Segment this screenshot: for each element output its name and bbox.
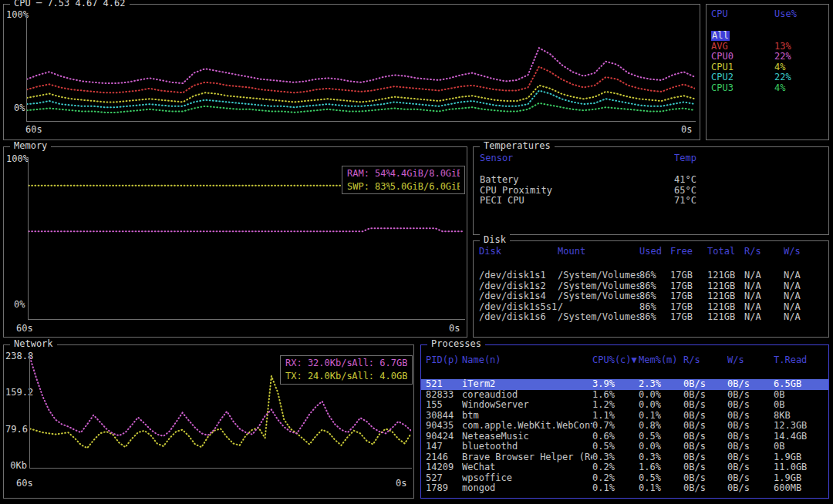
processes-header: PID(p)Name(n)CPU%(c)▼Mem%(m)R/sW/sT.Read [421, 355, 828, 366]
cpu-panel[interactable]: CPU ─ 7.53 4.67 4.62 100% 0% 60s 0s [3, 4, 700, 140]
cpu-legend-row[interactable]: CPU222% [707, 72, 828, 83]
network-legend-line: RX: 32.0Kb/sAll: 6.7GB [285, 358, 407, 369]
process-pid: 82833 [426, 390, 462, 401]
process-total-read: 0B [774, 442, 828, 452]
disk-panel[interactable]: Disk DiskMountUsedFreeTotalR/sW/s /dev/d… [473, 240, 829, 338]
disk-used: 86% [639, 302, 670, 313]
process-sort-header[interactable]: Mem%(m) [639, 355, 683, 366]
process-read-rate: 0B/s [683, 473, 727, 484]
disk-write-rate: N/A [784, 270, 828, 281]
memory-panel[interactable]: Memory 100% 0% RAM: 54%4.4GiB/8.0GiBSWP:… [3, 146, 467, 338]
process-total-read: 11.0GB [774, 462, 828, 473]
cpu-legend-core-name: CPU0 [711, 52, 774, 62]
memory-x-left-label: 60s [16, 324, 33, 333]
network-panel-title: Network [10, 338, 57, 349]
process-sort-header[interactable]: T.Read [774, 355, 828, 366]
process-write-rate: 0B/s [727, 473, 774, 484]
process-total-read: 600MB [774, 483, 828, 494]
disk-mount: /System/Volumes/… [558, 270, 639, 281]
process-write-rate: 0B/s [727, 483, 774, 494]
process-row[interactable]: 14209WeChat0.2%1.6%0B/s0B/s11.0GB [421, 462, 828, 473]
process-cpu-percent: 0.2% [592, 462, 639, 473]
process-mem-percent: 0.0% [639, 442, 683, 452]
temperatures-panel[interactable]: Temperatures Sensor Temp Battery41°CCPU … [473, 146, 829, 235]
cpu-legend-panel[interactable]: CPU Use% AllAVG13%CPU022%CPU14%CPU222%CP… [706, 4, 829, 140]
cpu-legend-core-name: AVG [711, 42, 774, 52]
cpu-legend-row[interactable]: CPU022% [707, 52, 828, 62]
disk-read-rate: N/A [744, 291, 784, 302]
disk-total: 121GB [707, 302, 744, 313]
process-row[interactable]: 527wpsoffice0.2%0.5%0B/s0B/s1.9GB [421, 473, 828, 484]
process-total-read: 14.4GB [774, 432, 828, 442]
process-cpu-percent: 0.7% [592, 421, 639, 432]
disk-device: /dev/disk1s6 [479, 312, 558, 323]
series-cpu0 [27, 48, 695, 83]
process-name: WeChat [462, 462, 592, 473]
process-read-rate: 0B/s [683, 379, 727, 390]
process-row[interactable]: 90424NeteaseMusic0.6%0.5%0B/s0B/s14.4GB [421, 432, 828, 442]
process-sort-header[interactable]: R/s [683, 355, 727, 366]
disk-row: /dev/disk1s2/System/Volumes/…86%17GB121G… [474, 281, 828, 292]
disk-device: /dev/disk1s2 [479, 281, 558, 292]
process-read-rate: 0B/s [683, 432, 727, 442]
network-y-tick-label: 159.2 [5, 388, 27, 397]
process-name: coreaudiod [462, 390, 592, 401]
network-legend-line: TX: 24.0Kb/sAll: 4.0GB [285, 371, 407, 382]
network-panel[interactable]: 238.8159.279.60Kb Network RX: 32.0Kb/sAl… [3, 344, 414, 499]
process-name: bluetoothd [462, 442, 592, 452]
process-mem-percent: 0.5% [639, 432, 683, 442]
process-read-rate: 0B/s [683, 400, 727, 411]
cpu-legend-row[interactable]: AVG13% [707, 42, 828, 52]
temps-header-temp: Temp [674, 153, 827, 164]
disk-device: /dev/disk1s5s1 [479, 302, 558, 313]
process-row[interactable]: 1789mongod0.1%0.1%0B/s0B/s600MB [421, 483, 828, 494]
process-row[interactable]: 521iTerm23.9%2.3%0B/s0B/s6.5GB [421, 379, 828, 390]
disk-mount: / [558, 302, 639, 313]
cpu-legend-core-use [774, 31, 828, 42]
process-read-rate: 0B/s [683, 442, 727, 452]
process-sort-header[interactable]: PID(p) [426, 355, 462, 366]
disk-read-rate: N/A [744, 312, 784, 323]
disk-free: 17GB [670, 281, 707, 292]
cpu-legend-selected-highlight: All [711, 31, 730, 41]
process-name: NeteaseMusic [462, 432, 592, 442]
cpu-legend-core-use: 13% [774, 42, 828, 52]
process-pid: 1789 [426, 483, 462, 494]
disk-write-rate: N/A [784, 302, 828, 313]
process-sort-header[interactable]: Name(n) [462, 355, 592, 366]
temperature-row: Battery41°C [474, 175, 827, 186]
process-read-rate: 0B/s [683, 390, 727, 401]
process-row[interactable]: 90435com.apple.WebKit.WebContent0.7%0.8%… [421, 421, 828, 432]
processes-panel-title: Processes [427, 338, 485, 349]
process-row[interactable]: 147bluetoothd0.5%0.0%0B/s0B/s0B [421, 442, 828, 452]
disk-row: /dev/disk1s6/System/Volumes/…86%17GB121G… [474, 312, 828, 323]
process-read-rate: 0B/s [683, 462, 727, 473]
process-row[interactable]: 155WindowServer1.2%0.0%0B/s0B/s0B [421, 400, 828, 411]
disk-row: /dev/disk1s5s1/86%17GB121GBN/AN/A [474, 302, 828, 313]
process-sort-header[interactable]: W/s [727, 355, 774, 366]
disk-mount: /System/Volumes/… [558, 312, 639, 323]
disk-header-cell: Disk [479, 247, 558, 257]
process-cpu-percent: 0.5% [592, 442, 639, 452]
disk-total: 121GB [707, 270, 744, 281]
process-read-rate: 0B/s [683, 452, 727, 463]
process-write-rate: 0B/s [727, 390, 774, 401]
processes-panel[interactable]: Processes PID(p)Name(n)CPU%(c)▼Mem%(m)R/… [420, 344, 829, 499]
temperature-sensor-name: Battery [480, 175, 674, 186]
process-write-rate: 0B/s [727, 442, 774, 452]
cpu-legend-row[interactable]: CPU14% [707, 62, 828, 73]
process-sort-header[interactable]: CPU%(c)▼ [592, 355, 639, 366]
process-row[interactable]: 2146Brave Browser Helper (Rende…0.3%0.3%… [421, 452, 828, 463]
process-mem-percent: 0.5% [639, 473, 683, 484]
cpu-legend-row[interactable]: All [707, 31, 828, 42]
disk-row: /dev/disk1s4/System/Volumes/…86%17GB121G… [474, 291, 828, 302]
process-total-read: 0B [774, 390, 828, 401]
cpu-legend-row[interactable]: CPU34% [707, 83, 828, 94]
temperature-value: 71°C [674, 196, 827, 207]
memory-panel-title: Memory [10, 140, 51, 151]
process-row[interactable]: 30844btm1.1%0.1%0B/s0B/s8KB [421, 411, 828, 422]
process-pid: 527 [426, 473, 462, 484]
cpu-y-max-label: 100% [6, 10, 29, 19]
process-mem-percent: 0.1% [639, 411, 683, 422]
process-row[interactable]: 82833coreaudiod1.6%0.0%0B/s0B/s0B [421, 390, 828, 401]
